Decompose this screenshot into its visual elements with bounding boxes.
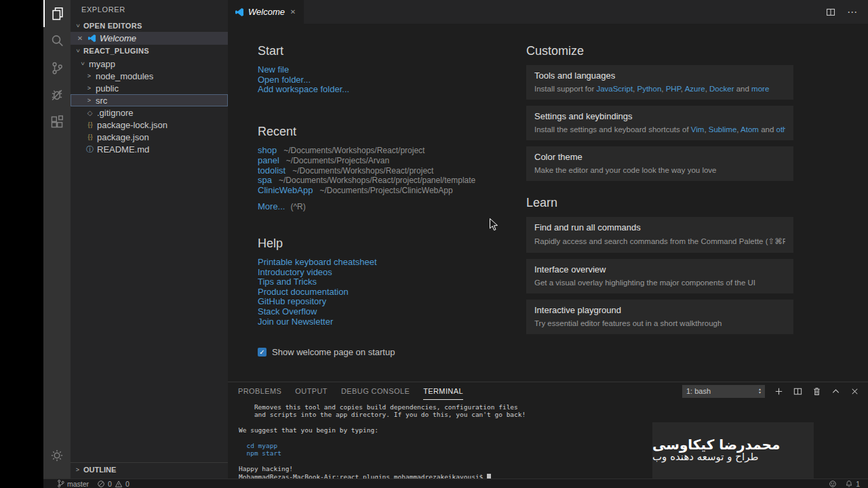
recent-more-link[interactable]: More...	[258, 201, 285, 211]
atom-link[interactable]: Atom	[741, 125, 759, 134]
settings-gear-button[interactable]	[43, 442, 71, 469]
maximize-panel-icon[interactable]	[830, 386, 841, 396]
workspace-header[interactable]: REACT_PLUGINS	[71, 45, 228, 57]
help-intro-videos-link[interactable]: Introductory videos	[258, 268, 519, 278]
split-terminal-icon[interactable]	[792, 386, 803, 396]
help-tips-tricks-link[interactable]: Tips and Tricks	[258, 277, 519, 287]
sublime-link[interactable]: Sublime	[709, 125, 737, 134]
markdown-file-icon: ⓘ	[85, 144, 94, 155]
tree-item-readme[interactable]: ⓘ README.md	[71, 143, 228, 155]
close-panel-icon[interactable]	[849, 386, 860, 396]
tree-item-package-lock[interactable]: {·} package-lock.json	[71, 119, 228, 131]
open-folder-link[interactable]: Open folder...	[258, 75, 519, 85]
recent-link[interactable]: spa	[258, 176, 272, 186]
notifications-bell-button[interactable]: 1	[845, 480, 860, 488]
watermark-subtitle: طراح و توسعه دهنده وب	[652, 453, 758, 461]
card-title: Interactive playground	[534, 305, 785, 315]
show-welcome-checkbox[interactable]	[258, 348, 267, 357]
add-workspace-folder-link[interactable]: Add workspace folder...	[258, 85, 519, 95]
open-editor-welcome[interactable]: Welcome	[71, 32, 228, 45]
git-branch-indicator[interactable]: master	[57, 479, 89, 488]
outline-header[interactable]: OUTLINE	[71, 462, 228, 476]
recent-link[interactable]: ClinicWebApp	[258, 186, 313, 196]
terminal-shell-select[interactable]: 1: bash	[682, 385, 765, 398]
debug-icon	[50, 87, 64, 102]
help-newsletter-link[interactable]: Join our Newsletter	[258, 317, 519, 327]
tree-item-public[interactable]: public	[71, 82, 228, 94]
problems-indicator[interactable]: 0 0	[97, 480, 130, 488]
tree-item-myapp[interactable]: myapp	[71, 58, 228, 70]
tree-item-node-modules[interactable]: node_modules	[71, 70, 228, 82]
recent-more-row: More... (^R)	[258, 201, 519, 211]
recent-path: ~/Documents/Workshops/React/project	[292, 166, 433, 176]
panel-tab-output[interactable]: OUTPUT	[295, 383, 328, 400]
help-section: Help Printable keyboard cheatsheet Intro…	[258, 237, 519, 327]
more-actions-icon[interactable]	[847, 6, 857, 18]
tree-item-src[interactable]: src	[71, 94, 228, 106]
new-terminal-icon[interactable]	[773, 386, 784, 396]
panel-tab-debug-console[interactable]: DEBUG CONSOLE	[341, 383, 410, 400]
open-editors-label: OPEN EDITORS	[83, 22, 142, 30]
card-find-run-commands[interactable]: Find and run all commands Rapidly access…	[526, 217, 793, 253]
more-extensions-link[interactable]: more	[751, 85, 769, 93]
card-title: Find and run all commands	[534, 222, 785, 232]
tree-item-label: public	[96, 83, 119, 94]
close-editor-icon[interactable]	[76, 35, 84, 42]
panel-tab-problems[interactable]: PROBLEMS	[238, 383, 281, 400]
php-link[interactable]: PHP	[666, 85, 681, 93]
startup-checkbox-section: Show welcome page on startup	[258, 347, 519, 357]
terminal-output[interactable]: Removes this tool and copies build depen…	[228, 400, 868, 479]
recent-link[interactable]: shop	[258, 146, 277, 156]
tab-bar: Welcome	[228, 0, 868, 24]
recent-item: shop ~/Documents/Workshops/React/project	[258, 146, 519, 156]
start-section: Start New file Open folder... Add worksp…	[258, 44, 519, 95]
docker-link[interactable]: Docker	[709, 85, 734, 93]
bell-icon	[845, 480, 853, 488]
feedback-smiley-button[interactable]	[829, 480, 837, 488]
recent-link[interactable]: panel	[258, 156, 279, 166]
kill-terminal-icon[interactable]	[811, 386, 822, 396]
python-link[interactable]: Python	[637, 85, 661, 93]
tree-item-gitignore[interactable]: ◇ .gitignore	[71, 106, 228, 119]
show-welcome-label: Show welcome page on startup	[272, 347, 395, 357]
tree-item-package-json[interactable]: {·} package.json	[71, 131, 228, 143]
help-keyboard-cheatsheet-link[interactable]: Printable keyboard cheatsheet	[258, 258, 519, 268]
chevron-down-icon	[74, 22, 81, 29]
card-tools-and-languages[interactable]: Tools and languages Install support for …	[526, 65, 793, 100]
branch-name: master	[67, 480, 89, 488]
panel-tab-terminal[interactable]: TERMINAL	[423, 383, 463, 400]
smiley-icon	[829, 480, 837, 488]
chevron-down-icon	[74, 47, 81, 54]
split-editor-icon[interactable]	[825, 7, 836, 18]
explorer-activity-button[interactable]	[43, 0, 71, 27]
source-control-activity-button[interactable]	[43, 54, 71, 81]
tab-close-icon[interactable]	[289, 8, 297, 16]
tab-welcome[interactable]: Welcome	[228, 0, 304, 24]
notification-count: 1	[856, 480, 860, 488]
extensions-activity-button[interactable]	[43, 108, 71, 136]
open-editors-header[interactable]: OPEN EDITORS	[71, 20, 228, 32]
screen-edge	[0, 0, 43, 488]
warning-count: 0	[125, 480, 130, 488]
others-link[interactable]: others	[776, 125, 785, 134]
card-color-theme[interactable]: Color theme Make the editor and your cod…	[526, 146, 793, 181]
help-stack-overflow-link[interactable]: Stack Overflow	[258, 307, 519, 317]
debug-activity-button[interactable]	[43, 81, 71, 108]
new-file-link[interactable]: New file	[258, 65, 519, 75]
recent-item: spa ~/Documents/Workshops/React/project/…	[258, 176, 519, 186]
vim-link[interactable]: Vim	[691, 125, 705, 134]
workspace-label: REACT_PLUGINS	[83, 47, 149, 55]
card-interface-overview[interactable]: Interface overview Get a visual overlay …	[526, 259, 793, 293]
javascript-link[interactable]: JavaScript	[596, 85, 633, 93]
search-activity-button[interactable]	[43, 27, 71, 54]
card-interactive-playground[interactable]: Interactive playground Try essential edi…	[526, 300, 793, 334]
recent-link[interactable]: todolist	[258, 166, 285, 176]
chevron-right-icon	[85, 73, 93, 79]
chevron-right-icon	[74, 466, 81, 473]
azure-link[interactable]: Azure	[685, 85, 705, 93]
recent-item: panel ~/Documents/Projects/Arvan	[258, 156, 519, 166]
card-settings-and-keybindings[interactable]: Settings and keybindings Install the set…	[526, 106, 793, 140]
help-github-repo-link[interactable]: GitHub repository	[258, 297, 519, 307]
card-description: Make the editor and your code look the w…	[534, 166, 785, 174]
help-product-docs-link[interactable]: Product documentation	[258, 287, 519, 298]
